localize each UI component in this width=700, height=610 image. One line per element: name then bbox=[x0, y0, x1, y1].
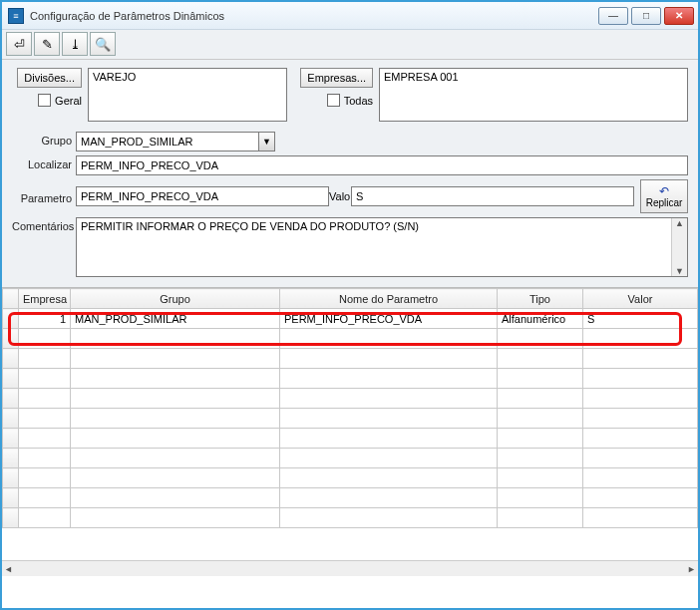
parametro-label: Parametro bbox=[12, 189, 76, 204]
geral-checkbox[interactable]: Geral bbox=[38, 94, 82, 107]
comentarios-value: PERMITIR INFORMAR O PREÇO DE VENDA DO PR… bbox=[81, 220, 419, 232]
comentarios-label: Comentários bbox=[12, 217, 76, 232]
save-icon[interactable]: ⤓ bbox=[62, 32, 88, 56]
empresas-button[interactable]: Empresas... bbox=[300, 68, 373, 88]
maximize-button[interactable]: □ bbox=[631, 7, 661, 25]
col-tipo[interactable]: Tipo bbox=[498, 289, 583, 309]
valor-label: Valor bbox=[329, 190, 351, 202]
grupo-label: Grupo bbox=[12, 132, 76, 147]
scroll-left-icon[interactable]: ◄ bbox=[4, 564, 13, 574]
localizar-input[interactable]: PERM_INFO_PRECO_VDA bbox=[76, 155, 688, 175]
todas-checkbox[interactable]: Todas bbox=[327, 94, 373, 107]
cell-valor[interactable]: S bbox=[583, 309, 698, 329]
titlebar: ≡ Configuração de Parâmetros Dinâmicos —… bbox=[2, 2, 698, 30]
replicar-label: Replicar bbox=[646, 197, 683, 208]
table-row[interactable] bbox=[3, 508, 698, 528]
content-area: Divisões... Geral VAREJO Empresas... Tod… bbox=[2, 60, 698, 287]
app-icon: ≡ bbox=[8, 8, 24, 24]
divisoes-value: VAREJO bbox=[93, 71, 136, 83]
table-row[interactable] bbox=[3, 468, 698, 488]
table-row[interactable] bbox=[3, 349, 698, 369]
table-row[interactable] bbox=[3, 488, 698, 508]
col-nome[interactable]: Nome do Parametro bbox=[280, 289, 498, 309]
table-row[interactable]: 1 MAN_PROD_SIMILAR PERM_INFO_PRECO_VDA A… bbox=[3, 309, 698, 329]
chevron-down-icon[interactable]: ▼ bbox=[258, 133, 274, 151]
window-title: Configuração de Parâmetros Dinâmicos bbox=[30, 10, 598, 22]
divisoes-textarea[interactable]: VAREJO bbox=[88, 68, 287, 122]
parametro-input[interactable]: PERM_INFO_PRECO_VDA bbox=[76, 186, 329, 206]
cell-grupo[interactable]: MAN_PROD_SIMILAR bbox=[71, 309, 280, 329]
minimize-button[interactable]: — bbox=[598, 7, 628, 25]
scrollbar-vertical[interactable]: ▲▼ bbox=[671, 218, 687, 276]
col-valor[interactable]: Valor bbox=[583, 289, 698, 309]
grupo-value: MAN_PROD_SIMILAR bbox=[77, 136, 258, 148]
col-empresa[interactable]: Empresa bbox=[19, 289, 71, 309]
table-row[interactable] bbox=[3, 409, 698, 429]
table-row[interactable] bbox=[3, 389, 698, 409]
binoculars-icon[interactable]: 🔍 bbox=[90, 32, 116, 56]
valor-input[interactable]: S bbox=[351, 186, 634, 206]
cell-nome[interactable]: PERM_INFO_PRECO_VDA bbox=[280, 309, 498, 329]
eraser-icon[interactable]: ✎ bbox=[34, 32, 60, 56]
scrollbar-horizontal[interactable]: ◄ ► bbox=[2, 560, 698, 576]
todas-label: Todas bbox=[344, 95, 373, 107]
table-row[interactable] bbox=[3, 449, 698, 468]
divisoes-button[interactable]: Divisões... bbox=[17, 68, 82, 88]
table-row[interactable] bbox=[3, 329, 698, 349]
localizar-label: Localizar bbox=[12, 155, 76, 170]
grupo-select[interactable]: MAN_PROD_SIMILAR ▼ bbox=[76, 132, 275, 152]
toolbar: ⏎ ✎ ⤓ 🔍 bbox=[2, 30, 698, 60]
close-button[interactable]: ✕ bbox=[664, 7, 694, 25]
scroll-right-icon[interactable]: ► bbox=[687, 564, 696, 574]
geral-label: Geral bbox=[55, 95, 82, 107]
replicar-button[interactable]: ↶ Replicar bbox=[640, 179, 688, 213]
parametro-value: PERM_INFO_PRECO_VDA bbox=[81, 190, 218, 202]
valor-value: S bbox=[356, 190, 363, 202]
exit-icon[interactable]: ⏎ bbox=[6, 32, 32, 56]
cell-tipo[interactable]: Alfanumérico bbox=[498, 309, 583, 329]
comentarios-textarea[interactable]: PERMITIR INFORMAR O PREÇO DE VENDA DO PR… bbox=[76, 217, 688, 277]
localizar-value: PERM_INFO_PRECO_VDA bbox=[81, 159, 218, 171]
undo-icon: ↶ bbox=[659, 185, 669, 197]
empresas-textarea[interactable]: EMPRESA 001 bbox=[379, 68, 688, 122]
table-row[interactable] bbox=[3, 369, 698, 389]
table-row[interactable] bbox=[3, 429, 698, 449]
parameters-table: Empresa Grupo Nome do Parametro Tipo Val… bbox=[2, 288, 698, 528]
cell-empresa[interactable]: 1 bbox=[19, 309, 71, 329]
col-grupo[interactable]: Grupo bbox=[71, 289, 280, 309]
row-header[interactable] bbox=[3, 309, 19, 329]
row-header-corner bbox=[3, 289, 19, 309]
table-header-row: Empresa Grupo Nome do Parametro Tipo Val… bbox=[3, 289, 698, 309]
empresas-value: EMPRESA 001 bbox=[384, 71, 459, 83]
grid-area: Empresa Grupo Nome do Parametro Tipo Val… bbox=[2, 287, 698, 576]
